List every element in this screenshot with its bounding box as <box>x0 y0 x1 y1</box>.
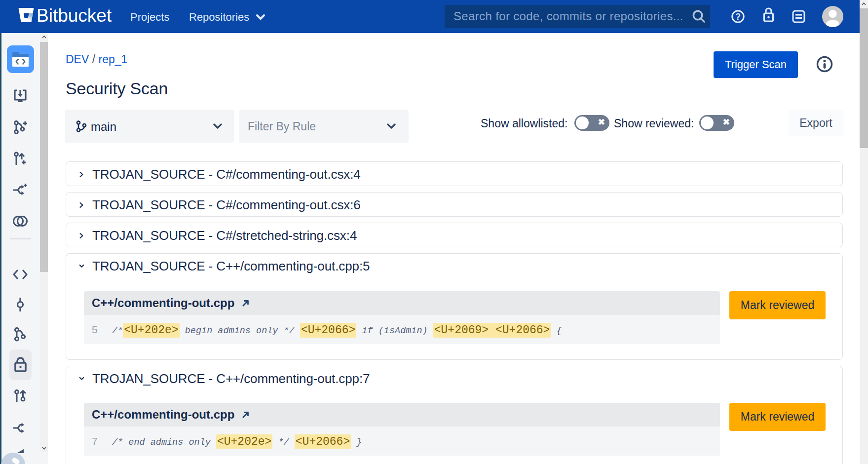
svg-text:?: ? <box>735 12 741 22</box>
